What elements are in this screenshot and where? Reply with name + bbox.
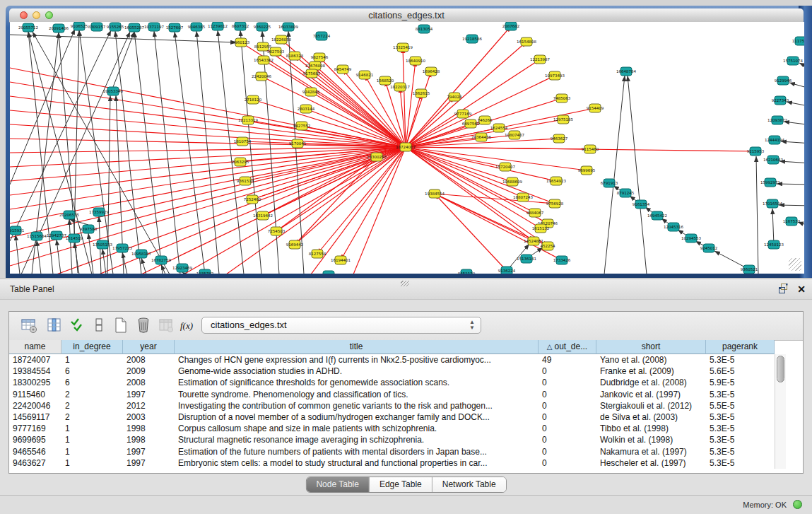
cell-name[interactable]: 9115460 <box>9 389 61 400</box>
graph-node[interactable]: 15751074 <box>783 57 803 65</box>
graph-node[interactable]: 20091406 <box>49 24 69 33</box>
graph-node[interactable]: 1696428 <box>423 67 440 76</box>
cell-short[interactable]: Nakamura et al. (1997) <box>596 446 706 457</box>
cell-out_degree[interactable]: 0 <box>539 411 596 423</box>
column-header-pagerank[interactable]: pagerank <box>706 340 775 354</box>
cell-pagerank[interactable]: 5.5E-5 <box>706 400 775 411</box>
function-builder-icon[interactable]: f(x) <box>179 316 197 334</box>
tab-node-table[interactable]: Node Table <box>306 477 369 492</box>
cell-name[interactable]: 14569117 <box>9 411 61 423</box>
cell-out_degree[interactable]: 0 <box>539 457 596 469</box>
select-all-icon[interactable] <box>69 316 87 334</box>
column-header-in_degree[interactable]: in_degree <box>61 340 123 354</box>
cell-year[interactable]: 1997 <box>123 446 175 457</box>
graph-node[interactable]: 20206535 <box>59 211 79 219</box>
cell-out_degree[interactable]: 0 <box>539 434 596 445</box>
cell-short[interactable]: Yano et al. (2008) <box>596 354 706 366</box>
cell-year[interactable]: 1997 <box>123 457 175 469</box>
cell-year[interactable]: 1998 <box>123 423 175 434</box>
cell-short[interactable]: Tibbo et al. (1998) <box>596 423 706 434</box>
table-settings-icon[interactable] <box>20 316 38 334</box>
cell-in_degree[interactable]: 1 <box>61 446 123 457</box>
cell-out_degree[interactable]: 0 <box>539 446 596 457</box>
graph-node[interactable]: 8813054 <box>416 25 433 33</box>
new-document-icon[interactable] <box>112 316 130 334</box>
cell-out_degree[interactable]: 0 <box>539 377 596 388</box>
float-window-icon[interactable] <box>777 283 790 296</box>
graph-node[interactable]: 3915931 <box>10 226 24 235</box>
graph-node[interactable]: 9106525 <box>71 22 88 30</box>
cell-out_degree[interactable]: 0 <box>539 366 596 377</box>
graph-node[interactable]: 10807487 <box>505 131 524 139</box>
cell-in_degree[interactable]: 6 <box>61 377 123 388</box>
cell-name[interactable]: 9777169 <box>9 423 61 434</box>
column-header-title[interactable]: title <box>175 340 539 354</box>
memory-ok-indicator-icon[interactable] <box>793 500 802 509</box>
graph-node[interactable]: 15720407 <box>495 163 515 171</box>
cell-year[interactable]: 2008 <box>123 377 175 388</box>
graph-node[interactable]: 2803144 <box>298 105 315 113</box>
graph-node[interactable]: 9699695 <box>578 166 596 175</box>
cell-pagerank[interactable]: 5.3E-5 <box>706 423 775 434</box>
graph-node[interactable]: 7485063 <box>553 94 571 103</box>
table-row[interactable]: 977716911998Corpus callosum shape and si… <box>9 423 775 434</box>
delete-table-icon[interactable] <box>134 316 153 334</box>
table-row[interactable]: 1830029562008Estimation of significance … <box>9 377 775 388</box>
graph-node[interactable]: 1514519 <box>66 234 83 243</box>
cell-short[interactable]: Dudbridge et al. (2008) <box>596 377 706 388</box>
graph-node[interactable]: 16210643 <box>763 156 783 164</box>
graph-node[interactable]: 9155265 <box>107 23 124 31</box>
cell-title[interactable]: Disruption of a novel member of a sodium… <box>175 411 539 423</box>
graph-node[interactable]: 16782759 <box>151 256 171 264</box>
column-header-year[interactable]: year <box>123 340 175 354</box>
graph-node[interactable]: 18220317 <box>390 83 410 91</box>
graph-node[interactable]: 9463627 <box>551 134 568 143</box>
graph-node[interactable]: 1167533 <box>783 217 801 226</box>
cell-year[interactable]: 1997 <box>123 389 175 400</box>
graph-node[interactable]: 9227343 <box>772 96 789 105</box>
canvas-resize-grip[interactable] <box>789 258 801 271</box>
graph-node[interactable]: 17016504 <box>763 199 782 208</box>
cell-out_degree[interactable]: 0 <box>539 423 596 434</box>
graph-node[interactable]: 15992971 <box>760 178 780 187</box>
graph-node[interactable]: 8607312 <box>232 22 249 30</box>
cell-title[interactable]: Estimation of significance thresholds fo… <box>175 377 539 388</box>
graph-node[interactable]: 9242848 <box>302 88 320 96</box>
graph-node[interactable]: 1527607 <box>166 23 184 32</box>
cell-title[interactable]: Estimation of the future numbers of pati… <box>175 446 539 457</box>
cell-pagerank[interactable]: 5.3E-5 <box>706 411 775 423</box>
graph-node[interactable]: 9360225 <box>254 23 271 31</box>
graph-node[interactable]: 20053340 <box>103 87 123 95</box>
table-row[interactable]: 2242004622012Investigating the contribut… <box>9 400 775 411</box>
graph-node[interactable]: 9115460 <box>582 145 599 153</box>
graph-node[interactable]: 11239812 <box>208 22 228 30</box>
table-row[interactable]: 1938455462009Genome-wide association stu… <box>9 366 775 377</box>
cell-in_degree[interactable]: 1 <box>61 354 123 366</box>
graph-node[interactable]: 17957223 <box>112 244 132 252</box>
cell-in_degree[interactable]: 1 <box>61 457 123 469</box>
network-canvas[interactable]: 1872400718300295193845548960123891295518… <box>10 22 804 274</box>
graph-node[interactable]: 2718120 <box>245 95 262 104</box>
graph-node[interactable]: 19654923 <box>546 177 566 185</box>
graph-node[interactable]: 16154808 <box>517 37 536 46</box>
cell-title[interactable]: Structural magnetic resonance image aver… <box>175 434 539 445</box>
graph-node[interactable]: 16033809 <box>278 23 298 31</box>
cell-in_degree[interactable]: 2 <box>61 389 123 400</box>
graph-node[interactable]: 9169442 <box>286 240 304 249</box>
graph-node[interactable]: 7857224 <box>313 32 331 40</box>
graph-node[interactable]: 10958187 <box>131 250 151 258</box>
table-row[interactable]: 911546021997Tourette syndrome. Phenomeno… <box>9 389 775 400</box>
graph-node[interactable]: 20364436 <box>471 133 491 141</box>
cell-short[interactable]: Jankovic et al. (1997) <box>596 389 706 400</box>
cell-title[interactable]: Embryonic stem cells: a model to study s… <box>175 457 539 469</box>
rows-icon[interactable] <box>90 316 108 334</box>
graph-node[interactable]: 16055287 <box>124 23 144 32</box>
table-row[interactable]: 946554611997Estimation of the future num… <box>9 446 775 457</box>
cell-pagerank[interactable]: 5.9E-5 <box>706 377 775 388</box>
graph-node[interactable]: 1117539 <box>792 37 804 45</box>
graph-node[interactable]: 1362615 <box>413 89 430 98</box>
graph-node[interactable]: 10371197 <box>144 23 164 31</box>
column-header-short[interactable]: short <box>596 340 706 354</box>
graph-node[interactable]: 2087682 <box>502 22 520 30</box>
cell-year[interactable]: 2008 <box>123 354 175 366</box>
